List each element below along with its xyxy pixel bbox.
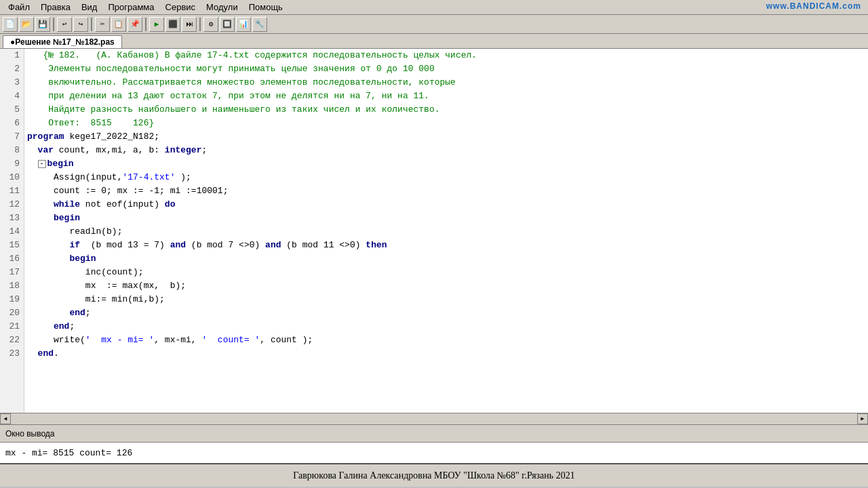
table-row: {№ 182. (А. Кабанов) В файле 17-4.txt со…: [27, 49, 865, 62]
editor-container: 1234567891011121314151617181920212223 {№…: [0, 49, 868, 413]
line-number: 23: [4, 347, 20, 361]
line-number: 22: [4, 333, 20, 347]
menu-edit[interactable]: Правка: [35, 1, 76, 14]
tab-label: ●Решение №17_№182.pas: [10, 37, 115, 47]
comment-text: Найдите разность наибольшего и наименьше…: [43, 103, 439, 117]
toolbar-new[interactable]: 📄: [3, 17, 18, 32]
toolbar-run[interactable]: ▶: [149, 17, 164, 32]
menu-view[interactable]: Вид: [76, 1, 103, 14]
menu-file[interactable]: Файл: [3, 1, 35, 14]
code-indent: [27, 239, 69, 252]
comment-text: Ответ: 8515 126}: [43, 117, 154, 130]
menu-bar: Файл Правка Вид Программа Сервис Модули …: [0, 0, 868, 15]
toolbar-debug[interactable]: ⬛: [165, 17, 180, 32]
toolbar-open[interactable]: 📂: [19, 17, 34, 32]
code-indent: [27, 306, 69, 320]
menu-program[interactable]: Программа: [102, 1, 159, 14]
line-number: 5: [4, 103, 20, 117]
table-row: begin: [27, 252, 865, 266]
code-indent: [27, 49, 43, 62]
editor-content: 1234567891011121314151617181920212223 {№…: [0, 49, 868, 413]
code-area[interactable]: {№ 182. (А. Кабанов) В файле 17-4.txt со…: [24, 49, 868, 413]
toolbar-btn8[interactable]: 🔧: [252, 17, 267, 32]
comment-text: включительно. Рассматривается множество …: [43, 76, 456, 89]
table-row: while not eof(input) do: [27, 198, 865, 211]
table-row: program kege17_2022_N182;: [27, 130, 865, 144]
toolbar-cut[interactable]: ✂: [95, 17, 110, 32]
line-number: 15: [4, 239, 20, 252]
comment-text: {№ 182. (А. Кабанов) В файле 17-4.txt со…: [43, 49, 477, 62]
toolbar-paste[interactable]: 📌: [127, 17, 142, 32]
line-number: 14: [4, 225, 20, 239]
toolbar-btn5[interactable]: ⚙: [203, 17, 218, 32]
line-number: 12: [4, 198, 20, 211]
code-indent: [27, 293, 85, 306]
line-number: 17: [4, 266, 20, 279]
line-number: 19: [4, 293, 20, 306]
line-number: 21: [4, 320, 20, 333]
code-indent: [27, 198, 54, 211]
line-number: 4: [4, 89, 20, 103]
menu-service[interactable]: Сервис: [160, 1, 201, 14]
code-indent: [27, 76, 43, 89]
line-number: 20: [4, 306, 20, 320]
line-number: 1: [4, 49, 20, 62]
code-indent: [27, 184, 54, 198]
toolbar-sep2: [91, 18, 92, 31]
line-number: 3: [4, 76, 20, 89]
toolbar-sep4: [199, 18, 201, 31]
bandicam-logo: www.BANDICAM.com: [766, 1, 861, 11]
table-row: write(' mx - mi= ', mx-mi, ' count= ', c…: [27, 333, 865, 347]
tab-file[interactable]: ●Решение №17_№182.pas: [3, 35, 122, 48]
table-row: readln(b);: [27, 225, 865, 239]
comment-text: Элементы последовательности могут приним…: [43, 62, 434, 76]
toolbar-step[interactable]: ⏭: [182, 17, 197, 32]
line-number: 10: [4, 171, 20, 184]
table-row: end.: [27, 347, 865, 361]
code-indent: [27, 211, 54, 225]
footer: Гаврюкова Галина Александровна МБОУ "Шко…: [0, 463, 868, 487]
code-indent: [27, 144, 38, 157]
scroll-track[interactable]: [11, 413, 857, 424]
table-row: Ответ: 8515 126}: [27, 117, 865, 130]
code-indent: [27, 279, 85, 293]
scroll-right[interactable]: ▶: [857, 413, 868, 424]
tab-bar: ●Решение №17_№182.pas: [0, 34, 868, 49]
toolbar: 📄 📂 💾 ↩ ↪ ✂ 📋 📌 ▶ ⬛ ⏭ ⚙ 🔲 📊 🔧: [0, 15, 868, 34]
table-row: end;: [27, 320, 865, 333]
table-row: end;: [27, 306, 865, 320]
collapse-icon2[interactable]: -: [38, 160, 46, 168]
line-number: 18: [4, 279, 20, 293]
code-indent: [27, 347, 38, 361]
code-indent: [27, 252, 69, 266]
toolbar-undo[interactable]: ↩: [57, 17, 72, 32]
line-numbers: 1234567891011121314151617181920212223: [0, 49, 24, 413]
toolbar-btn6[interactable]: 🔲: [220, 17, 235, 32]
toolbar-copy[interactable]: 📋: [111, 17, 126, 32]
table-row: Найдите разность наибольшего и наименьше…: [27, 103, 865, 117]
output-text: mx - mi= 8515 count= 126: [5, 448, 132, 458]
output-section: Окно вывода mx - mi= 8515 count= 126: [0, 424, 868, 463]
menu-help[interactable]: Помощь: [243, 1, 288, 14]
code-indent: [27, 320, 54, 333]
code-indent: [27, 225, 69, 239]
line-number: 13: [4, 211, 20, 225]
toolbar-save[interactable]: 💾: [35, 17, 50, 32]
toolbar-btn7[interactable]: 📊: [236, 17, 251, 32]
scroll-left[interactable]: ◀: [0, 413, 11, 424]
table-row: count := 0; mx := -1; mi :=10001;: [27, 184, 865, 198]
table-row: mi:= min(mi,b);: [27, 293, 865, 306]
table-row: var count, mx,mi, a, b: integer;: [27, 144, 865, 157]
code-indent: [27, 333, 54, 347]
table-row: begin: [27, 211, 865, 225]
line-number: 6: [4, 117, 20, 130]
output-content: mx - mi= 8515 count= 126: [0, 443, 868, 463]
code-indent: [27, 62, 43, 76]
code-indent: [27, 266, 85, 279]
table-row: if (b mod 13 = 7) and (b mod 7 <>0) and …: [27, 239, 865, 252]
footer-text: Гаврюкова Галина Александровна МБОУ "Шко…: [293, 470, 574, 481]
table-row: inc(count);: [27, 266, 865, 279]
table-row: при делении на 13 дают остаток 7, при эт…: [27, 89, 865, 103]
menu-modules[interactable]: Модули: [201, 1, 243, 14]
toolbar-redo[interactable]: ↪: [73, 17, 88, 32]
